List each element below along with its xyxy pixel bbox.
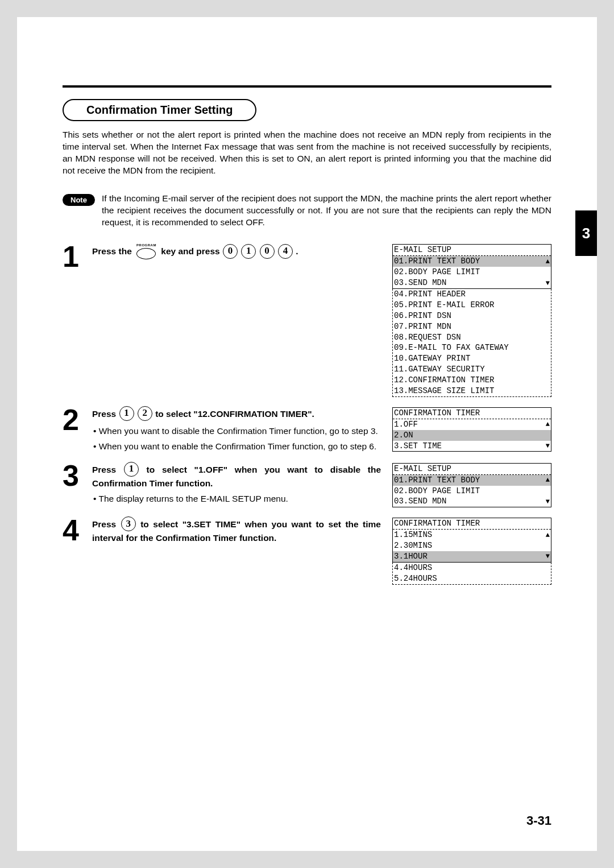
screen-row-hidden: 13.MESSAGE SIZE LIMIT — [393, 386, 551, 396]
step-4: 4 Press 3 to select "3.SET TIME" when yo… — [63, 518, 551, 584]
step3-text-a: Press — [92, 465, 116, 474]
page-number: 3-31 — [526, 813, 551, 828]
note-block: Note If the Incoming E-mail server of th… — [63, 193, 551, 229]
step2-text-b: to select "12.CONFIRMATION TIMER". — [155, 409, 314, 419]
screen-row: 3.1HOUR▼ — [393, 551, 551, 562]
step-2: 2 Press 1 2 to select "12.CONFIRMATION T… — [63, 407, 551, 453]
screen-row-hidden: 08.REQUEST DSN — [393, 332, 551, 343]
section-title: Confirmation Timer Setting — [63, 99, 256, 121]
up-arrow-icon: ▲ — [546, 258, 550, 265]
up-arrow-icon: ▲ — [546, 421, 550, 428]
screen-row: 1.OFF▲ — [393, 419, 551, 430]
step-number: 3 — [63, 463, 85, 488]
down-arrow-icon: ▼ — [546, 443, 550, 449]
step-number: 1 — [63, 244, 85, 269]
screen-row-hidden: 09.E-MAIL TO FAX GATEWAY — [393, 342, 551, 353]
screen-row-hidden: 04.PRINT HEADER — [393, 289, 551, 300]
up-arrow-icon: ▲ — [546, 477, 550, 483]
screen-row-hidden: 10.GATEWAY PRINT — [393, 353, 551, 364]
screen-row-hidden: 11.GATEWAY SECURITY — [393, 364, 551, 375]
screen-1: E-MAIL SETUP01.PRINT TEXT BODY▲02.BODY P… — [392, 244, 551, 396]
screen-row: 02.BODY PAGE LIMIT — [393, 486, 551, 497]
screen-title: E-MAIL SETUP — [394, 245, 451, 255]
chapter-tab: 3 — [575, 210, 597, 256]
screen-row-hidden: 5.24HOURS — [393, 573, 551, 584]
screen-title: CONFIRMATION TIMER — [394, 518, 480, 529]
screen-row: 01.PRINT TEXT BODY▲ — [393, 475, 551, 486]
down-arrow-icon: ▼ — [546, 553, 550, 560]
screen-2: CONFIRMATION TIMER1.OFF▲2.ON3.SET TIME▼ — [392, 407, 551, 452]
screen-title: E-MAIL SETUP — [394, 464, 451, 474]
manual-page: Confirmation Timer Setting This sets whe… — [17, 17, 597, 851]
screen-row: 03.SEND MDN▼ — [393, 278, 551, 288]
screen-row-hidden: 4.4HOURS — [393, 563, 551, 573]
step2-bullet-1: • When you want to disable the Confirmat… — [92, 425, 381, 437]
step1-text-a: Press the — [92, 247, 132, 257]
step3-bullet-1: • The display returns to the E-MAIL SETU… — [92, 493, 381, 505]
down-arrow-icon: ▼ — [546, 280, 550, 287]
key-1: 1 — [241, 244, 256, 259]
program-key-icon: PROGRAM — [136, 243, 156, 259]
screen-3: E-MAIL SETUP01.PRINT TEXT BODY▲02.BODY P… — [392, 463, 551, 508]
screen-row: 01.PRINT TEXT BODY▲ — [393, 256, 551, 267]
screen-row-hidden: 12.CONFIRMATION TIMER — [393, 375, 551, 386]
up-arrow-icon: ▲ — [546, 532, 550, 539]
screen-row: 3.SET TIME▼ — [393, 441, 551, 452]
step1-text-b: key and press — [161, 247, 219, 257]
step-3: 3 Press 1 to select "1.OFF" when you wan… — [63, 463, 551, 508]
screen-row: 2.ON — [393, 430, 551, 441]
key-4: 4 — [278, 244, 293, 259]
screen-row-hidden: 06.PRINT DSN — [393, 311, 551, 321]
screen-title: CONFIRMATION TIMER — [394, 408, 480, 419]
screen-4: CONFIRMATION TIMER1.15MINS▲2.30MINS3.1HO… — [392, 518, 551, 584]
key-0: 0 — [223, 244, 238, 259]
screen-row: 03.SEND MDN▼ — [393, 496, 551, 507]
key-2: 2 — [138, 406, 152, 421]
step-1: 1 Press the PROGRAM key and press 0 1 0 … — [63, 244, 551, 396]
key-1: 1 — [124, 462, 139, 477]
key-1: 1 — [119, 406, 134, 421]
key-3: 3 — [121, 516, 136, 531]
note-text: If the Incoming E-mail server of the rec… — [102, 193, 551, 229]
note-badge: Note — [63, 194, 95, 206]
screen-row: 1.15MINS▲ — [393, 530, 551, 540]
step-number: 2 — [63, 407, 85, 432]
key-0b: 0 — [260, 244, 275, 259]
step1-dot: . — [296, 247, 298, 257]
step-number: 4 — [63, 518, 85, 543]
screen-row-hidden: 05.PRINT E-MAIL ERROR — [393, 300, 551, 311]
screen-row-hidden: 07.PRINT MDN — [393, 321, 551, 332]
top-rule — [63, 85, 551, 88]
step4-text-a: Press — [92, 519, 116, 529]
screen-row: 2.30MINS — [393, 540, 551, 551]
intro-paragraph: This sets whether or not the alert repor… — [63, 129, 551, 177]
screen-row: 02.BODY PAGE LIMIT — [393, 267, 551, 278]
step2-bullet-2: • When you want to enable the Confirmati… — [92, 441, 381, 453]
step2-text-a: Press — [92, 409, 116, 419]
down-arrow-icon: ▼ — [546, 498, 550, 505]
